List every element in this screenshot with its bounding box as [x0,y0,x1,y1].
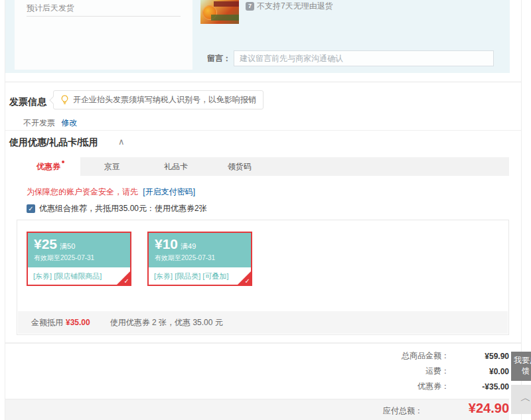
back-to-top-icon: ︿ [520,392,531,403]
summary-value: -¥35.00 [449,382,509,391]
feedback-button[interactable]: 我要反馈 [511,352,531,381]
tab-giftcard-label: 礼品卡 [164,162,188,171]
coupon-amount: ¥10 [155,236,178,251]
summary-value: ¥0.00 [449,367,509,376]
combo-recommend-row: ✓ 优惠组合推荐，共抵用35.00元：使用优惠券2张 [27,203,207,214]
tab-jingdou-label: 京豆 [104,162,120,171]
product-thumbnail-decor [214,1,239,7]
no-return-text: 不支持7天无理由退货 [257,1,333,12]
tab-pickup-code[interactable]: 领货码 [208,157,271,176]
coupon-tab-badge-dot [62,161,64,163]
coupon-body: ¥25满50 有效期至2025-07-31 [28,233,130,267]
summary-label: 总商品金额： [402,350,449,362]
summary-value: ¥59.90 [449,352,509,361]
product-thumbnail-decor [211,15,239,21]
combo-label: 优惠组合推荐，共抵用35.00元：使用优惠券2张 [39,203,207,214]
coupon-panel: ¥25满50 有效期至2025-07-31 [东券] [限店铺限商品] ✓ ¥1… [17,220,509,335]
coupon-check-icon: ✓ [124,277,129,285]
combo-checkbox[interactable]: ✓ [27,204,35,213]
message-input[interactable] [234,50,494,66]
deduction-amount: ¥35.00 [66,318,90,327]
collapse-caret-icon[interactable]: ∧ [118,137,125,147]
tab-jingdou[interactable]: 京豆 [80,157,144,176]
shipping-option-box[interactable]: 预计后天发货 [15,0,192,70]
lightbulb-icon [60,95,69,105]
summary-row-shipping-fee: 运费： ¥0.00 [270,366,509,377]
summary-label: 优惠券： [417,381,449,392]
bubble-arrow [49,96,56,104]
coupon-condition: 满49 [181,242,196,250]
no-7day-return-icon: 7 [246,2,254,11]
product-thumbnail[interactable] [200,0,239,24]
summary-divider [5,342,521,344]
deduction-label: 金额抵用 [31,318,63,327]
coupon-validity: 有效期至2025-07-31 [34,253,124,263]
invoice-tip-text: 开企业抬头发票须填写纳税人识别号，以免影响报销 [73,94,256,105]
coupon-validity: 有效期至2025-07-31 [155,253,245,263]
invoice-current-row: 不开发票 修改 [23,117,77,129]
coupon-card-10[interactable]: ¥10满49 有效期至2025-07-31 [东券] [限品类] [可叠加] ✓ [147,232,252,286]
message-label: 留言： [207,53,231,64]
tab-giftcard[interactable]: 礼品卡 [144,157,208,176]
security-notice: 为保障您的账户资金安全，请先 [开启支付密码] [27,186,195,198]
checkout-page: 预计后天发货 7 不支持7天无理由退货 留言： 发票信息 开企业抬头发票须填写纳… [0,0,531,420]
summary-label: 运费： [425,366,449,377]
invoice-tip-bubble: 开企业抬头发票须填写纳税人识别号，以免影响报销 [53,90,264,109]
security-notice-text: 为保障您的账户资金安全，请先 [27,187,138,196]
coupon-condition: 满50 [60,242,75,250]
coupon-check-icon: ✓ [245,277,250,285]
discount-tabbar: 优惠券 京豆 礼品卡 领货码 [17,157,509,176]
total-payable-bar: 应付总额： ¥24.90 [5,399,509,420]
set-payment-password-link[interactable]: [开启支付密码] [143,187,195,196]
coupon-body: ¥10满49 有效期至2025-07-31 [149,233,251,267]
coupon-tags: [东券] [限品类] [可叠加] [149,267,251,285]
summary-row-coupon: 优惠券： -¥35.00 [270,381,509,392]
total-payable-value: ¥24.90 [429,401,509,416]
summary-row-subtotal: 总商品金额： ¥59.90 [270,350,509,362]
invoice-section-title: 发票信息 [9,96,46,108]
coupon-amount: ¥25 [34,236,57,251]
tab-coupon[interactable]: 优惠券 [17,157,80,176]
tab-coupon-label: 优惠券 [37,162,60,171]
section-divider [5,82,521,82]
message-row: 留言： [207,50,494,66]
deduction-detail: 使用优惠券 2 张，优惠 35.00 元 [110,318,223,327]
coupon-tags: [东券] [限店铺限商品] [28,267,130,285]
invoice-modify-link[interactable]: 修改 [61,118,77,127]
discount-section-title: 使用优惠/礼品卡/抵用 [9,137,98,149]
invoice-current-value: 不开发票 [23,118,55,127]
back-to-top-button[interactable]: ︿ [511,385,531,414]
tab-pickup-code-label: 领货码 [228,162,252,171]
coupon-card-25[interactable]: ¥25满50 有效期至2025-07-31 [东券] [限店铺限商品] ✓ [27,232,131,286]
shipping-section: 预计后天发货 7 不支持7天无理由退货 留言： [5,0,510,73]
total-payable-label: 应付总额： [383,405,423,417]
no-return-note: 7 不支持7天无理由退货 [246,1,333,12]
shipping-estimate-text: 预计后天发货 [27,3,74,14]
coupon-deduction-bar: 金额抵用¥35.00使用优惠券 2 张，优惠 35.00 元 [18,311,508,334]
shipping-divider [27,16,181,17]
section-divider [5,130,521,131]
